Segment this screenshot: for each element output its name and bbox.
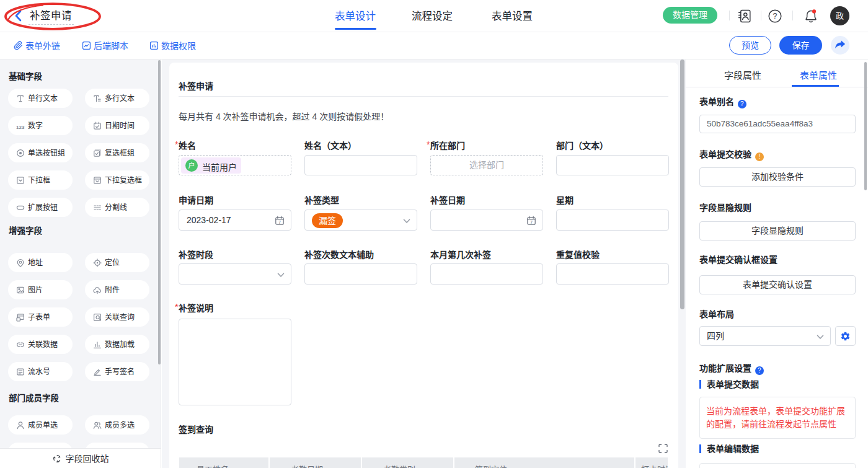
- svg-text:7: 7: [278, 219, 281, 225]
- svg-text:7: 7: [530, 219, 533, 225]
- svg-text:123: 123: [16, 125, 25, 130]
- svg-text:?: ?: [773, 12, 777, 20]
